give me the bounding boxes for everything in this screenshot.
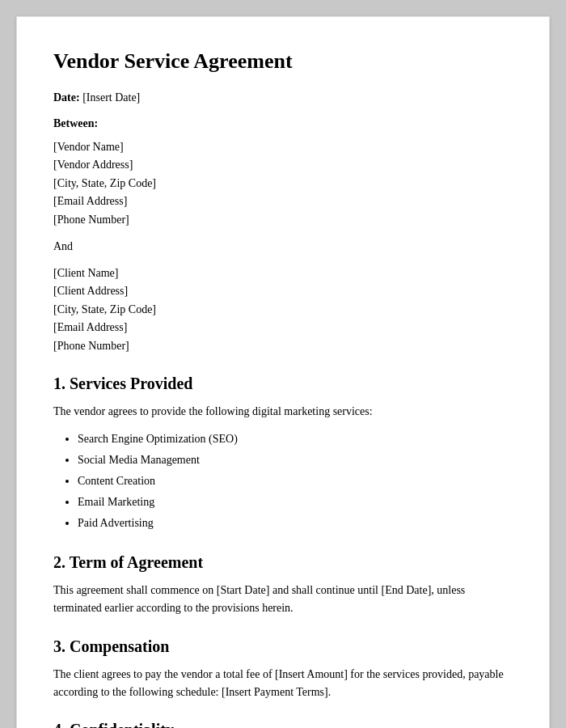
- document-title: Vendor Service Agreement: [53, 49, 513, 74]
- date-label: Date:: [53, 91, 80, 104]
- vendor-block: [Vendor Name] [Vendor Address] [City, St…: [53, 138, 513, 229]
- date-value: [Insert Date]: [82, 91, 140, 104]
- section-3-heading: 3. Compensation: [53, 637, 513, 656]
- section-4-heading: 4. Confidentiality: [53, 721, 513, 728]
- vendor-phone: [Phone Number]: [53, 214, 129, 226]
- list-item: Paid Advertising: [78, 513, 513, 534]
- client-email: [Email Address]: [53, 321, 127, 333]
- document-container: Vendor Service Agreement Date: [Insert D…: [16, 16, 550, 728]
- date-line: Date: [Insert Date]: [53, 91, 513, 104]
- section-3-body: The client agrees to pay the vendor a to…: [53, 666, 513, 702]
- vendor-city: [City, State, Zip Code]: [53, 177, 156, 189]
- between-label: Between:: [53, 117, 513, 130]
- list-item: Social Media Management: [78, 450, 513, 471]
- section-2-heading: 2. Term of Agreement: [53, 553, 513, 572]
- vendor-email: [Email Address]: [53, 195, 127, 207]
- list-item: Search Engine Optimization (SEO): [78, 429, 513, 450]
- client-address: [Client Address]: [53, 285, 128, 297]
- list-item: Email Marketing: [78, 492, 513, 513]
- client-phone: [Phone Number]: [53, 340, 129, 352]
- section-1-body: The vendor agrees to provide the followi…: [53, 403, 513, 421]
- section-1-heading: 1. Services Provided: [53, 375, 513, 393]
- client-name: [Client Name]: [53, 267, 118, 279]
- services-list: Search Engine Optimization (SEO) Social …: [78, 429, 513, 533]
- list-item: Content Creation: [78, 471, 513, 492]
- client-block: [Client Name] [Client Address] [City, St…: [53, 265, 513, 355]
- vendor-address: [Vendor Address]: [53, 159, 133, 171]
- section-2-body: This agreement shall commence on [Start …: [53, 582, 513, 618]
- and-text: And: [53, 240, 513, 253]
- client-city: [City, State, Zip Code]: [53, 303, 156, 315]
- vendor-name: [Vendor Name]: [53, 141, 124, 153]
